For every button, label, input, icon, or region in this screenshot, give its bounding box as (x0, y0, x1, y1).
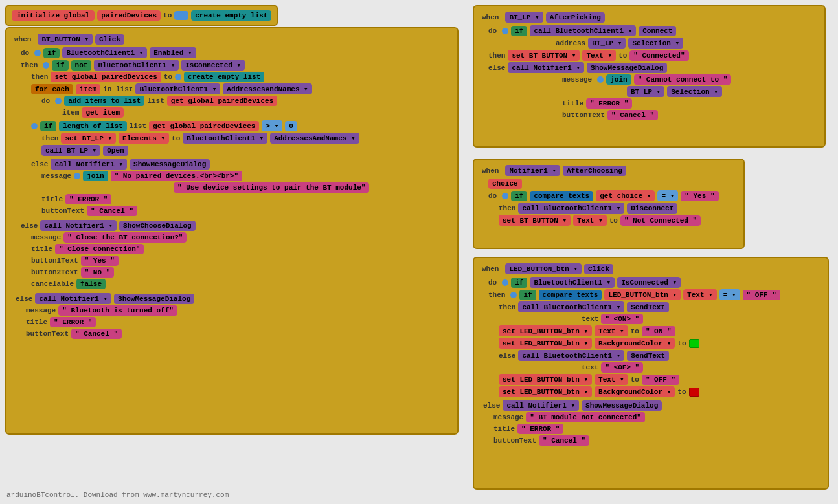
set-led-bgcolor: set LED_BUTTON_btn ▾ (499, 338, 592, 349)
connected-str: " Connected" (629, 50, 688, 61)
error-str4: " ERROR " (517, 424, 563, 434)
to-kw3: to (618, 52, 627, 60)
message-kw4: message (562, 76, 592, 83)
else-label6: else (483, 402, 500, 410)
cancel-str2: " Cancel " (71, 329, 122, 339)
open-method: Open (103, 146, 128, 156)
else-label: else (31, 160, 48, 168)
get-global-paired: get global pairedDevices (167, 96, 277, 106)
led-block: when LED_BUTTON_btn ▾ Click do if Blueto… (473, 257, 829, 490)
init-var: pairedDevices (97, 10, 161, 21)
then-label4: then (488, 52, 505, 60)
call-send-text2: call BluetoothClient1 ▾ (518, 350, 624, 361)
bt-client2: BluetoothClient1 ▾ (94, 60, 179, 71)
button2text-kw: button2Text (31, 268, 78, 276)
when-label3: when (478, 166, 503, 176)
enabled-prop: Enabled ▾ (150, 47, 196, 58)
call-notifier4: call Notifier1 ▾ (508, 62, 584, 73)
send-text-method: SendText (627, 302, 669, 312)
if-keyword: if (43, 48, 60, 58)
error-str1: " ERROR " (65, 194, 111, 204)
if-keyword3: if (40, 121, 56, 131)
compare-texts: compare texts (530, 191, 593, 201)
bt-client-enabled: BluetoothClient1 ▾ (62, 47, 147, 58)
bt-addresses: BluetoothClient1 ▾ (135, 83, 220, 94)
yes-str: " Yes " (81, 256, 119, 266)
text-kw2: text (582, 364, 598, 371)
afterpicking-event: AfterPicking (546, 12, 605, 23)
selection-prop: Selection ▾ (628, 38, 683, 49)
list-kw: list (147, 97, 164, 105)
connect-method: Connect (639, 26, 676, 36)
bt-not-conn-str: " BT module not connected" (526, 412, 645, 422)
is-connected: IsConnected ▾ (181, 60, 245, 71)
if-keyword6: if (511, 278, 527, 288)
get-item: get item (82, 107, 124, 118)
on-cmd-str: " <ON> " (601, 314, 643, 324)
for-each: for each (31, 84, 73, 94)
show-choose-dialog: ShowChooseDialog (119, 221, 196, 231)
led-btn-text: LED_BUTTON_btn ▾ (604, 289, 681, 300)
click-event2: Click (584, 264, 613, 274)
btlp-comp2: BT_LP ▾ (588, 38, 626, 49)
if-dot6 (502, 279, 508, 286)
on-val-str: " ON " (642, 326, 675, 336)
of-cmd-str: " <OF> " (601, 362, 643, 373)
then-label7: then (499, 303, 515, 311)
text-kw: text (582, 315, 598, 323)
gt-op: > ▾ (262, 120, 282, 131)
button1text-kw: button1Text (31, 257, 78, 265)
to-kw4: to (609, 217, 618, 225)
else-label3: else (16, 295, 32, 303)
red-swatch (689, 388, 699, 397)
do-label3: do (488, 27, 497, 35)
init-block: initialize global pairedDevices to creat… (5, 5, 278, 26)
message-kw: message (41, 172, 71, 180)
cancel-str3: " Cancel " (607, 110, 658, 120)
set-led-text2: set LED_BUTTON_btn ▾ (499, 374, 592, 385)
else-label2: else (21, 222, 38, 230)
cannot-connect-str: " Cannot connect to " (634, 74, 732, 85)
list-kw2: list (130, 122, 146, 130)
if-dot5 (502, 193, 508, 199)
address-kw: address (556, 39, 585, 47)
no-str: " No " (81, 267, 115, 278)
canvas: initialize global pairedDevices to creat… (0, 0, 838, 504)
to-kw5: to (631, 327, 639, 335)
call-connect: call BluetoothClient1 ▾ (530, 25, 636, 36)
message-kw3: message (26, 307, 56, 314)
when-label4: when (478, 264, 503, 274)
title-kw5: title (493, 425, 515, 433)
title-kw: title (41, 195, 63, 203)
list-icon (178, 12, 185, 19)
btlp-comp3: BT_LP ▾ (627, 86, 664, 97)
item-kw: item (62, 109, 79, 116)
off-str: " OFF " (743, 290, 780, 300)
buttontext-kw3: buttonText (562, 111, 605, 119)
if-dot (34, 50, 41, 56)
join-kw: join (83, 171, 108, 181)
notifier-block: when Notifier1 ▾ AfterChoosing choice do… (473, 159, 745, 249)
call-send-text: call BluetoothClient1 ▾ (518, 301, 624, 312)
to-kw2: to (172, 135, 180, 142)
call-notifier2: call Notifier1 ▾ (40, 220, 117, 231)
use-device-str: " Use device settings to pair the BT mod… (174, 182, 369, 193)
add-items: add items to list (64, 96, 144, 106)
show-msg-dialog1: ShowMessageDialog (130, 159, 210, 170)
then-label5: then (499, 204, 515, 212)
footer-text: arduinoBTcontrol. Download from www.mart… (6, 491, 229, 499)
false-val: false (76, 279, 106, 289)
item-var: item (76, 84, 100, 94)
if-keyword2: if (52, 60, 68, 71)
show-msg-dialog2: ShowMessageDialog (114, 294, 194, 304)
when-label2: when (478, 12, 503, 23)
set-btlp-elements: set BT_LP ▾ (61, 133, 116, 144)
afterchoosing-event: AfterChoosing (563, 166, 626, 176)
do-label5: do (488, 279, 497, 287)
notifier-comp: Notifier1 ▾ (505, 165, 560, 176)
get-choice: get choice ▾ (596, 190, 655, 201)
create-list2: create empty list (184, 72, 264, 82)
in-list-kw: in list (103, 85, 133, 93)
message-kw5: message (493, 413, 523, 421)
if-dot4 (502, 28, 508, 34)
